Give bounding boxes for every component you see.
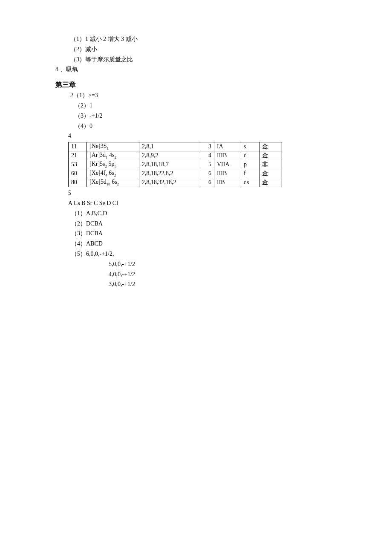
- atomic-number-cell: 11: [69, 142, 87, 151]
- atomic-number-cell: 21: [69, 151, 87, 160]
- electron-config-cell: [Xe]5d10 6s2: [87, 178, 139, 187]
- shell-config-cell: 2,8,18,22,8,2: [139, 169, 200, 178]
- element-table: 11[Ne]3S12,8,13IAs金21[Ar]3d1 4s22,8,9,24…: [68, 142, 282, 187]
- table-row: 21[Ar]3d1 4s22,8,9,24IIIBd金: [69, 151, 282, 160]
- answer-line: （2）1: [55, 101, 337, 111]
- electron-config-cell: [Kr]5s2 5p5: [87, 160, 139, 169]
- answer-line: 5,0,0,-+1/2: [68, 259, 337, 269]
- block-cell: d: [241, 151, 259, 160]
- shell-config-cell: 2,8,18,18,7: [139, 160, 200, 169]
- answer-line: （3）DCBA: [68, 228, 337, 239]
- answer-line: （3）-+1/2: [55, 111, 337, 121]
- atomic-number-cell: 53: [69, 160, 87, 169]
- period-cell: 4: [200, 151, 214, 160]
- group-cell: VIIA: [214, 160, 241, 169]
- answer-line: （1）1 减小 2 增大 3 减小: [55, 34, 337, 44]
- answer-line: 2（1）>=3: [55, 90, 337, 101]
- period-cell: 5: [200, 160, 214, 169]
- electron-config-cell: [Xe]4f4 6s2: [87, 169, 139, 178]
- group-cell: IIB: [214, 178, 241, 187]
- answer-line: （3）等于摩尔质量之比: [55, 55, 337, 65]
- type-cell: 金: [259, 142, 282, 151]
- option-header: A Cs B Sr C Se D Cl: [68, 198, 337, 208]
- answer-line: （1）A,B,C,D: [68, 208, 337, 219]
- answer-line: （4）ABCD: [68, 239, 337, 249]
- group-cell: IIIB: [214, 151, 241, 160]
- shell-config-cell: 2,8,1: [139, 142, 200, 151]
- chapter-heading: 第三章: [55, 81, 337, 90]
- table-row: 80[Xe]5d10 6s22,8,18,32,18,26IIBds金: [69, 178, 282, 187]
- block-cell: f: [241, 169, 259, 178]
- type-cell: 金: [259, 178, 282, 187]
- type-cell: 金: [259, 169, 282, 178]
- block-cell: p: [241, 160, 259, 169]
- period-cell: 6: [200, 178, 214, 187]
- electron-config-cell: [Ar]3d1 4s2: [87, 151, 139, 160]
- shell-config-cell: 2,8,9,2: [139, 151, 200, 160]
- answer-line: （2）减小: [55, 44, 337, 55]
- answer-line: 8 、吸氧: [55, 64, 337, 75]
- atomic-number-cell: 80: [69, 178, 87, 187]
- table-row: 11[Ne]3S12,8,13IAs金: [69, 142, 282, 151]
- block-cell: s: [241, 142, 259, 151]
- answer-line: 4,0,0,-+1/2: [68, 269, 337, 280]
- group-cell: IIIB: [214, 169, 241, 178]
- answer-line: （5）6,0,0,-+1/2,: [68, 249, 337, 259]
- type-cell: 金: [259, 151, 282, 160]
- electron-config-cell: [Ne]3S1: [87, 142, 139, 151]
- table-row: 53[Kr]5s2 5p52,8,18,18,75VIIAp非: [69, 160, 282, 169]
- type-cell: 非: [259, 160, 282, 169]
- shell-config-cell: 2,8,18,32,18,2: [139, 178, 200, 187]
- question-label: 4: [55, 131, 337, 141]
- period-cell: 3: [200, 142, 214, 151]
- table-row: 60[Xe]4f4 6s22,8,18,22,8,26IIIBf金: [69, 169, 282, 178]
- answer-line: （4）0: [55, 121, 337, 131]
- question-label: 5: [55, 188, 337, 198]
- group-cell: IA: [214, 142, 241, 151]
- answer-line: （2）DCBA: [68, 219, 337, 229]
- answer-line: 3,0,0,-+1/2: [68, 279, 337, 289]
- block-cell: ds: [241, 178, 259, 187]
- period-cell: 6: [200, 169, 214, 178]
- atomic-number-cell: 60: [69, 169, 87, 178]
